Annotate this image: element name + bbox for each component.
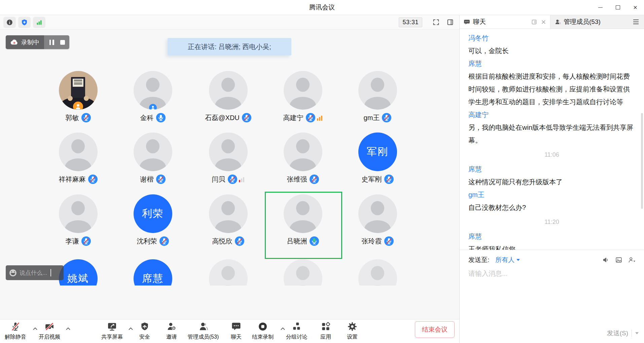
participant-tile[interactable]: 吕晓洲 bbox=[265, 194, 340, 246]
chat-sender-name[interactable]: gm王 bbox=[468, 188, 635, 201]
chat-message-text: 这种情况可能只有您升级版本了 bbox=[468, 176, 635, 188]
layout-panel-icon[interactable] bbox=[444, 17, 456, 28]
chat-sender-name[interactable]: 高建宁 bbox=[468, 108, 635, 121]
end-meeting-button[interactable]: 结束会议 bbox=[415, 321, 455, 338]
avatar bbox=[284, 259, 322, 285]
toolbar-invite-button[interactable]: 邀请 bbox=[166, 321, 177, 341]
avatar bbox=[284, 194, 322, 233]
participant-tile[interactable] bbox=[265, 259, 340, 285]
pause-recording-button[interactable] bbox=[48, 40, 55, 45]
close-button[interactable]: × bbox=[627, 0, 644, 15]
send-options-icon[interactable] bbox=[635, 332, 639, 334]
chat-sender-name[interactable]: 席慧 bbox=[468, 230, 635, 243]
meeting-info-icon[interactable] bbox=[3, 17, 16, 28]
participant-tile[interactable]: 李谦 bbox=[41, 194, 115, 246]
chat-timestamp: 11:20 bbox=[468, 216, 635, 228]
chat-sender-name[interactable]: 席慧 bbox=[468, 163, 635, 176]
message-input[interactable]: 请输入消息... bbox=[460, 264, 644, 283]
invite-icon bbox=[167, 321, 177, 333]
participant-tile[interactable]: 军刚史军刚 bbox=[340, 132, 415, 184]
chat-bubble-icon bbox=[464, 19, 470, 25]
sound-icon[interactable] bbox=[602, 256, 610, 264]
network-quality-icon bbox=[239, 176, 245, 182]
network-quality-icon bbox=[317, 115, 323, 121]
maximize-button[interactable] bbox=[609, 0, 627, 15]
minimize-button[interactable] bbox=[592, 0, 609, 15]
avatar bbox=[209, 132, 248, 171]
participant-name: 闫贝 bbox=[212, 175, 225, 184]
chat-messages: 冯冬竹 可以，金院长席慧 根据目前核酸检测进度和安排，每人核酸检测时间花费时间较… bbox=[460, 29, 644, 250]
toolbar-breakout-button[interactable]: 分组讨论 bbox=[286, 321, 308, 341]
participant-tile[interactable]: 高建宁 bbox=[265, 71, 340, 123]
tab-chat-label: 聊天 bbox=[473, 17, 486, 26]
participant-name: 李谦 bbox=[66, 237, 79, 246]
tab-chat[interactable]: 聊天 bbox=[460, 15, 550, 29]
meeting-main-area: 53:31 郭敏 金科 bbox=[0, 15, 460, 343]
members-icon bbox=[198, 321, 208, 333]
emoji-icon[interactable] bbox=[9, 269, 16, 276]
chat-sender-name[interactable]: 席慧 bbox=[468, 57, 635, 70]
image-icon[interactable] bbox=[615, 256, 622, 264]
participant-tile[interactable]: 石磊@XDU bbox=[191, 71, 265, 123]
mic-muted-icon bbox=[382, 113, 391, 122]
send-divider bbox=[632, 330, 632, 337]
participant-tile[interactable]: 张玲霞 bbox=[340, 194, 415, 246]
chevron-up-icon[interactable] bbox=[129, 326, 133, 332]
chat-message-text: 自己没教材怎么办? bbox=[468, 201, 635, 214]
recording-indicator[interactable]: 录制中 bbox=[6, 35, 69, 49]
toolbar-security-button[interactable]: 安全 bbox=[139, 321, 150, 341]
toolbar-camera-off-button[interactable]: 开启视频 bbox=[39, 321, 60, 341]
menu-icon[interactable] bbox=[628, 15, 644, 29]
participant-tile[interactable]: 利荣沈利荣 bbox=[115, 194, 190, 246]
toolbar-label: 邀请 bbox=[166, 334, 177, 341]
send-button[interactable]: 发送(S) bbox=[607, 329, 628, 338]
toolbar-share-screen-button[interactable]: 共享屏幕 bbox=[101, 321, 123, 341]
member-person-icon bbox=[554, 19, 561, 25]
member-role-icon bbox=[149, 104, 157, 110]
close-panel-icon[interactable] bbox=[541, 20, 546, 25]
chevron-up-icon[interactable] bbox=[66, 326, 70, 332]
participant-tile[interactable]: gm王 bbox=[340, 71, 415, 123]
fullscreen-icon[interactable] bbox=[430, 17, 442, 28]
participant-tile[interactable]: 高悦欣 bbox=[191, 194, 265, 246]
stop-recording-button[interactable] bbox=[60, 40, 65, 45]
toolbar-members-button[interactable]: 管理成员(53) bbox=[188, 321, 219, 341]
window-controls: × bbox=[592, 0, 644, 15]
quick-chat-input[interactable]: 说点什么... bbox=[6, 265, 64, 280]
network-signal-icon[interactable] bbox=[33, 17, 45, 28]
chat-icon bbox=[231, 321, 241, 333]
toolbar-label: 结束录制 bbox=[252, 334, 274, 341]
popout-icon[interactable] bbox=[531, 19, 537, 25]
settings-icon bbox=[347, 321, 357, 333]
participant-tile[interactable] bbox=[340, 259, 415, 285]
toolbar-chat-button[interactable]: 聊天 bbox=[231, 321, 242, 341]
toolbar-stop-record-button[interactable]: 结束录制 bbox=[252, 321, 274, 341]
toolbar-settings-button[interactable]: 设置 bbox=[347, 321, 358, 341]
participant-name: 张维强 bbox=[287, 175, 307, 184]
chevron-up-icon[interactable] bbox=[33, 326, 37, 332]
toolbar-label: 应用 bbox=[320, 334, 331, 341]
avatar bbox=[59, 132, 98, 171]
participant-tile[interactable]: 闫贝 bbox=[191, 132, 265, 184]
send-to-selector[interactable]: 所有人 bbox=[495, 256, 520, 264]
toolbar-mic-off-button[interactable]: 解除静音 bbox=[5, 321, 26, 341]
toolbar-apps-button[interactable]: 应用 bbox=[320, 321, 331, 341]
cloud-record-icon bbox=[10, 39, 18, 45]
chat-message: 高建宁 另，我的电脑处在win版本低导致学生端无法看到共享屏幕。 bbox=[468, 108, 635, 147]
participant-tile[interactable]: 郭敏 bbox=[41, 71, 115, 123]
person-select-icon[interactable] bbox=[628, 256, 636, 264]
participant-tile[interactable]: 祥祥麻麻 bbox=[41, 132, 115, 184]
security-shield-icon[interactable] bbox=[18, 17, 31, 28]
toolbar-label: 开启视频 bbox=[39, 334, 60, 341]
participant-tile[interactable]: 谢楷 bbox=[115, 132, 190, 184]
tab-members[interactable]: 管理成员(53) bbox=[550, 15, 628, 29]
chat-sender-name[interactable]: 冯冬竹 bbox=[468, 32, 635, 44]
participant-tile[interactable]: 席慧 bbox=[115, 259, 190, 285]
chat-scrollbar[interactable] bbox=[641, 113, 643, 209]
participant-tile[interactable] bbox=[191, 259, 265, 285]
quick-chat-caret bbox=[50, 269, 51, 276]
chevron-up-icon[interactable] bbox=[281, 326, 285, 332]
participant-name: 史军刚 bbox=[362, 175, 382, 184]
participant-tile[interactable]: 张维强 bbox=[265, 132, 340, 184]
participant-tile[interactable]: 金科 bbox=[115, 71, 190, 123]
